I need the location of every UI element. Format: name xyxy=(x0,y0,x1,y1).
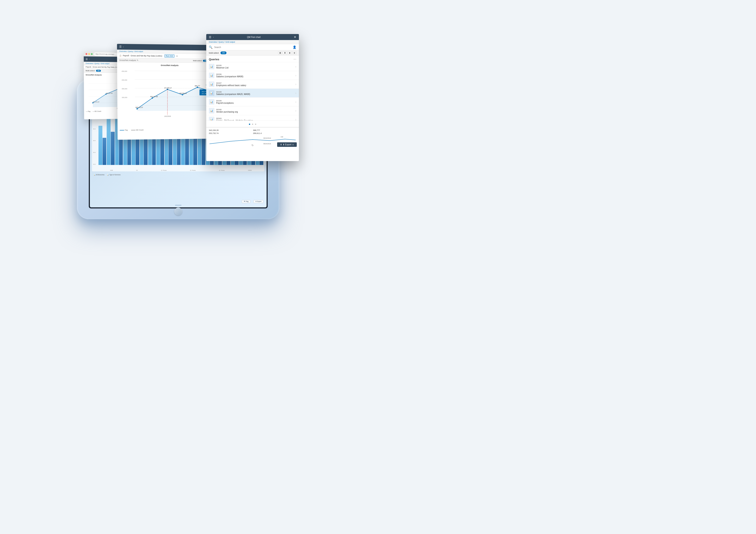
svg-text:400,137.08: 400,137.08 xyxy=(106,92,113,94)
data-val-1: 343,156.28 xyxy=(209,129,252,131)
svg-text:300,000: 300,000 xyxy=(122,97,127,98)
tablet-home-button[interactable] xyxy=(174,208,182,215)
query-info-00336: 00336 Salaries (comparison MA90) xyxy=(216,73,293,78)
window3-download-icon[interactable]: ⬇ xyxy=(283,51,287,55)
svg-text:06/10/2016: 06/10/2016 xyxy=(263,138,271,139)
window2-report-icon: 📋 xyxy=(119,55,121,56)
svg-line-29 xyxy=(135,71,214,71)
browser-close-btn[interactable] xyxy=(86,53,87,55)
screen-x-axis: NNBS2Q. PostesQ. PostesQ. PostesS3600 xyxy=(98,170,263,171)
svg-text:400,137.08: 400,137.08 xyxy=(150,96,158,97)
screen-export-btn[interactable]: ⬇ Export xyxy=(254,200,263,203)
window-front-right: ☰ ‹ QM Fiori chart ✕ Overview / Query / … xyxy=(206,34,299,161)
query-name-00339: Payroll exceptions xyxy=(216,102,293,104)
window3-breadcrumb: Overview / Query / Grid output xyxy=(206,40,299,44)
browser-min-btn[interactable] xyxy=(88,53,90,55)
query-number-00339: 00339 xyxy=(216,100,293,102)
window1-title: Payroll - Gross and Net By Pay Data (118… xyxy=(86,66,121,68)
window3-multitoolbar: Multi-select: ON ⊞ ⬇ ⊕ ⊖ xyxy=(206,50,299,56)
query-item-00343[interactable]: 📊 00343 Cristal - PA Report - Multiple C… xyxy=(206,115,299,120)
search-input[interactable] xyxy=(214,46,291,48)
svg-text:290,589.03: 290,589.03 xyxy=(179,92,187,94)
query-info-00343: 00343 Cristal - PA Report - Multiple Cou… xyxy=(216,117,293,120)
browser-max-btn[interactable] xyxy=(91,53,93,55)
query-icon-00338: 📊 xyxy=(209,90,214,96)
window1-hamburger-icon: ☰ xyxy=(86,58,88,61)
query-info-00335: 00335 Absence List xyxy=(216,64,293,69)
query-arrow-00339: › xyxy=(295,100,296,104)
query-item-00337[interactable]: 📊 00337 Employees without basic salary › xyxy=(206,80,299,89)
svg-text:350,000: 350,000 xyxy=(122,88,127,89)
svg-point-12 xyxy=(105,94,106,95)
query-name-00336: Salaries (comparison MA90) xyxy=(216,75,293,78)
dot-3 xyxy=(255,124,256,125)
refresh-icon[interactable]: ↻ xyxy=(252,144,254,147)
query-icon-00339: 📊 xyxy=(209,99,214,105)
query-name-00337: Employees without basic salary xyxy=(216,84,293,87)
window3-queries-header: Queries ··· xyxy=(206,56,299,62)
export-button[interactable]: ⬇ ⬇ Export ∨ xyxy=(277,142,297,147)
export-label: ⬇ Export xyxy=(283,143,291,146)
window3-searchbar: 🔍 👤 xyxy=(206,44,299,50)
svg-text:08/24/2016: 08/24/2016 xyxy=(263,143,271,144)
svg-point-36 xyxy=(152,97,153,99)
window2-legend: Pay EE Count xyxy=(120,128,218,131)
window1-multiselect-label: Multi-select: xyxy=(86,69,95,71)
query-item-00336[interactable]: 📊 00336 Salaries (comparison MA90) › xyxy=(206,71,299,80)
query-arrow-00343: › xyxy=(295,118,296,120)
screen-legend-1: All Branches xyxy=(96,174,104,175)
window3-person-icon: 👤 xyxy=(293,45,296,49)
window3-zoom-in-icon[interactable]: ⊕ xyxy=(288,51,292,55)
query-list: 📊 00335 Absence List › 📊 00336 Salaries … xyxy=(206,62,299,120)
query-icon-00337: 📊 xyxy=(209,81,214,87)
query-info-00338: 00338 Salaries (comparison MA20, MA90) xyxy=(216,91,293,95)
screen-home-indicator xyxy=(175,205,181,206)
window3-grid-icon[interactable]: ⊞ xyxy=(278,51,282,55)
svg-point-11 xyxy=(92,102,93,103)
window3-multiselect-label: Multi-select: xyxy=(209,52,219,54)
window-middle: ☰ ‹ Overview / Query / Grid output 📋 Pay… xyxy=(117,44,221,140)
window1-toggle[interactable]: ON xyxy=(96,69,101,71)
svg-text:1/01/2016: 1/01/2016 xyxy=(164,115,171,117)
svg-text:371,500.27: 371,500.27 xyxy=(164,87,172,89)
query-item-00340[interactable]: 📊 00340 Vendor purchasing org › xyxy=(206,106,299,115)
window3-dots-menu[interactable]: ··· xyxy=(293,57,296,61)
window3-toggle[interactable]: ON xyxy=(221,51,227,54)
window3-search-icon: 🔍 xyxy=(209,45,212,49)
window3-nav: ☰ ‹ QM Fiori chart ✕ xyxy=(206,34,299,40)
query-icon-00340: 📊 xyxy=(209,108,214,114)
window3-title: QM Fiori chart xyxy=(216,36,292,38)
window2-run-icon: ⊙ xyxy=(176,55,178,57)
svg-point-38 xyxy=(182,94,183,95)
query-item-00338[interactable]: 📊 00338 Salaries (comparison MA20, MA90)… xyxy=(206,89,299,97)
window3-close-icon[interactable]: ✕ xyxy=(294,35,296,39)
query-number-00340: 00340 xyxy=(216,109,293,111)
query-number-00338: 00338 xyxy=(216,91,293,93)
query-arrow-00335: › xyxy=(295,65,296,68)
window2-gross-label: Gross/Net Analysis ✎ xyxy=(120,59,139,62)
svg-text:450,000: 450,000 xyxy=(122,71,127,72)
query-arrow-00338: › xyxy=(295,91,296,95)
window3-queries-title: Queries xyxy=(209,58,219,61)
window2-run-btn[interactable]: Run #23 xyxy=(164,55,174,58)
window3-back-icon: ‹ xyxy=(213,36,214,38)
window2-back-icon: ‹ xyxy=(123,46,124,48)
query-name-00335: Absence List xyxy=(216,66,293,69)
query-item-00335[interactable]: 📊 00335 Absence List › xyxy=(206,62,299,71)
window2-chart-title: Gross/Net Analysis xyxy=(120,64,219,67)
screen-flag-btn[interactable]: ⚑ Flag xyxy=(242,200,251,203)
svg-text:386,777: 386,777 xyxy=(195,85,200,87)
query-name-00338: Salaries (comparison MA20, MA90) xyxy=(216,93,293,95)
window3-zoom-out-icon[interactable]: ⊖ xyxy=(292,51,296,55)
data-val-4: 289,611.4 xyxy=(253,132,296,134)
query-info-00340: 00340 Vendor purchasing org xyxy=(216,109,293,113)
window3-hamburger-icon: ☰ xyxy=(209,36,211,39)
export-icon: ⬇ xyxy=(280,143,282,146)
svg-text:365,471.07: 365,471.07 xyxy=(135,107,143,108)
query-arrow-00337: › xyxy=(295,83,296,86)
svg-text:218: 218 xyxy=(281,136,283,138)
dot-1 xyxy=(249,124,250,125)
query-info-00337: 00337 Employees without basic salary xyxy=(216,82,293,87)
query-item-00339[interactable]: 📊 00339 Payroll exceptions › xyxy=(206,97,299,106)
svg-text:365,471.07: 365,471.07 xyxy=(93,101,99,103)
